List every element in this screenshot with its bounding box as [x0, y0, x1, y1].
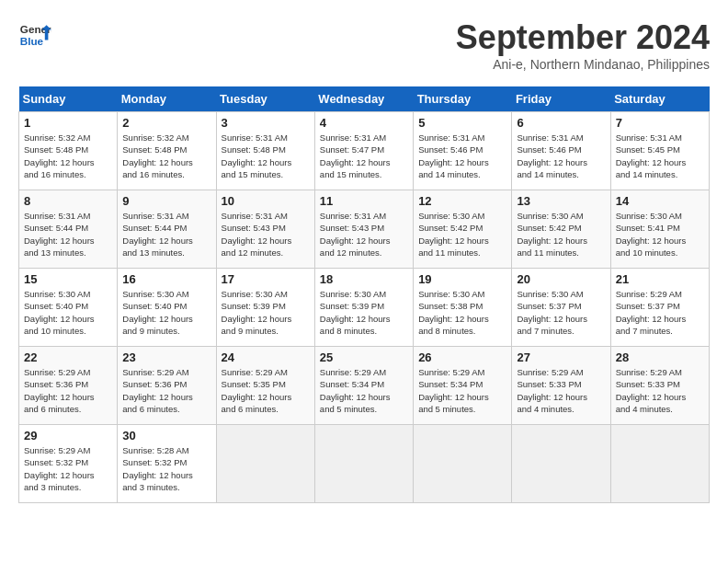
- table-row: [512, 425, 610, 503]
- day-info: Sunrise: 5:29 AM Sunset: 5:33 PM Dayligh…: [517, 366, 605, 415]
- table-row: 27Sunrise: 5:29 AM Sunset: 5:33 PM Dayli…: [512, 347, 610, 425]
- table-row: 14Sunrise: 5:30 AM Sunset: 5:41 PM Dayli…: [610, 190, 709, 269]
- table-row: [314, 425, 413, 503]
- day-number: 19: [418, 272, 506, 286]
- day-info: Sunrise: 5:29 AM Sunset: 5:33 PM Dayligh…: [616, 366, 704, 415]
- col-wednesday: Wednesday: [314, 86, 413, 112]
- table-row: 7Sunrise: 5:31 AM Sunset: 5:45 PM Daylig…: [610, 112, 709, 190]
- day-info: Sunrise: 5:31 AM Sunset: 5:44 PM Dayligh…: [122, 210, 210, 259]
- day-info: Sunrise: 5:29 AM Sunset: 5:37 PM Dayligh…: [616, 288, 704, 337]
- table-row: 30Sunrise: 5:28 AM Sunset: 5:32 PM Dayli…: [118, 425, 216, 503]
- day-number: 20: [517, 272, 605, 286]
- col-thursday: Thursday: [414, 86, 512, 112]
- table-row: 23Sunrise: 5:29 AM Sunset: 5:36 PM Dayli…: [118, 347, 216, 425]
- day-info: Sunrise: 5:29 AM Sunset: 5:35 PM Dayligh…: [222, 366, 310, 415]
- day-info: Sunrise: 5:29 AM Sunset: 5:34 PM Dayligh…: [418, 366, 506, 415]
- calendar-table: Sunday Monday Tuesday Wednesday Thursday…: [18, 86, 710, 503]
- table-row: 28Sunrise: 5:29 AM Sunset: 5:33 PM Dayli…: [610, 347, 709, 425]
- day-info: Sunrise: 5:31 AM Sunset: 5:43 PM Dayligh…: [320, 210, 408, 259]
- table-row: 18Sunrise: 5:30 AM Sunset: 5:39 PM Dayli…: [314, 269, 413, 347]
- day-number: 27: [517, 350, 605, 364]
- day-info: Sunrise: 5:29 AM Sunset: 5:34 PM Dayligh…: [320, 366, 408, 415]
- logo: General Blue: [18, 18, 51, 52]
- day-info: Sunrise: 5:29 AM Sunset: 5:36 PM Dayligh…: [24, 366, 112, 415]
- week-row-1: 1Sunrise: 5:32 AM Sunset: 5:48 PM Daylig…: [19, 112, 710, 190]
- table-row: [414, 425, 512, 503]
- table-row: 25Sunrise: 5:29 AM Sunset: 5:34 PM Dayli…: [314, 347, 413, 425]
- day-info: Sunrise: 5:32 AM Sunset: 5:48 PM Dayligh…: [24, 132, 112, 180]
- day-number: 30: [122, 429, 210, 442]
- day-info: Sunrise: 5:30 AM Sunset: 5:37 PM Dayligh…: [517, 288, 605, 337]
- week-row-4: 22Sunrise: 5:29 AM Sunset: 5:36 PM Dayli…: [19, 347, 710, 425]
- day-number: 9: [122, 194, 210, 208]
- week-row-5: 29Sunrise: 5:29 AM Sunset: 5:32 PM Dayli…: [19, 425, 710, 503]
- day-info: Sunrise: 5:30 AM Sunset: 5:42 PM Dayligh…: [517, 210, 605, 259]
- day-number: 6: [517, 116, 605, 130]
- svg-text:Blue: Blue: [20, 35, 44, 47]
- day-number: 12: [418, 194, 506, 208]
- day-number: 5: [418, 116, 506, 130]
- day-info: Sunrise: 5:31 AM Sunset: 5:44 PM Dayligh…: [24, 210, 112, 259]
- day-info: Sunrise: 5:30 AM Sunset: 5:38 PM Dayligh…: [418, 288, 506, 337]
- day-number: 24: [222, 350, 310, 364]
- day-number: 25: [320, 350, 408, 364]
- table-row: 17Sunrise: 5:30 AM Sunset: 5:39 PM Dayli…: [216, 269, 314, 347]
- day-number: 17: [222, 272, 310, 286]
- day-number: 28: [616, 350, 704, 364]
- day-number: 18: [320, 272, 408, 286]
- col-sunday: Sunday: [19, 86, 118, 112]
- header-row: Sunday Monday Tuesday Wednesday Thursday…: [19, 86, 710, 112]
- table-row: 12Sunrise: 5:30 AM Sunset: 5:42 PM Dayli…: [414, 190, 512, 269]
- table-row: 10Sunrise: 5:31 AM Sunset: 5:43 PM Dayli…: [216, 190, 314, 269]
- week-row-3: 15Sunrise: 5:30 AM Sunset: 5:40 PM Dayli…: [19, 269, 710, 347]
- header: General Blue September 2024 Ani-e, North…: [18, 18, 710, 72]
- title-section: September 2024 Ani-e, Northern Mindanao,…: [456, 18, 710, 72]
- col-monday: Monday: [118, 86, 216, 112]
- day-number: 10: [222, 194, 310, 208]
- table-row: 29Sunrise: 5:29 AM Sunset: 5:32 PM Dayli…: [19, 425, 118, 503]
- day-info: Sunrise: 5:31 AM Sunset: 5:48 PM Dayligh…: [222, 132, 310, 180]
- day-info: Sunrise: 5:30 AM Sunset: 5:42 PM Dayligh…: [418, 210, 506, 259]
- day-number: 26: [418, 350, 506, 364]
- table-row: 24Sunrise: 5:29 AM Sunset: 5:35 PM Dayli…: [216, 347, 314, 425]
- day-info: Sunrise: 5:30 AM Sunset: 5:39 PM Dayligh…: [222, 288, 310, 337]
- day-info: Sunrise: 5:32 AM Sunset: 5:48 PM Dayligh…: [122, 132, 210, 180]
- day-number: 21: [616, 272, 704, 286]
- day-number: 3: [222, 116, 310, 130]
- table-row: [216, 425, 314, 503]
- day-info: Sunrise: 5:31 AM Sunset: 5:45 PM Dayligh…: [616, 132, 704, 180]
- month-title: September 2024: [456, 18, 710, 57]
- day-number: 23: [122, 350, 210, 364]
- location-title: Ani-e, Northern Mindanao, Philippines: [456, 57, 710, 72]
- table-row: [610, 425, 709, 503]
- day-number: 4: [320, 116, 408, 130]
- day-info: Sunrise: 5:30 AM Sunset: 5:40 PM Dayligh…: [24, 288, 112, 337]
- day-info: Sunrise: 5:31 AM Sunset: 5:46 PM Dayligh…: [517, 132, 605, 180]
- day-number: 14: [616, 194, 704, 208]
- table-row: 11Sunrise: 5:31 AM Sunset: 5:43 PM Dayli…: [314, 190, 413, 269]
- table-row: 9Sunrise: 5:31 AM Sunset: 5:44 PM Daylig…: [118, 190, 216, 269]
- col-friday: Friday: [512, 86, 610, 112]
- table-row: 19Sunrise: 5:30 AM Sunset: 5:38 PM Dayli…: [414, 269, 512, 347]
- table-row: 2Sunrise: 5:32 AM Sunset: 5:48 PM Daylig…: [118, 112, 216, 190]
- table-row: 1Sunrise: 5:32 AM Sunset: 5:48 PM Daylig…: [19, 112, 118, 190]
- day-number: 8: [24, 194, 112, 208]
- day-number: 7: [616, 116, 704, 130]
- day-info: Sunrise: 5:28 AM Sunset: 5:32 PM Dayligh…: [122, 444, 210, 493]
- logo-icon: General Blue: [18, 18, 51, 52]
- table-row: 21Sunrise: 5:29 AM Sunset: 5:37 PM Dayli…: [610, 269, 709, 347]
- day-number: 29: [24, 429, 112, 442]
- day-info: Sunrise: 5:30 AM Sunset: 5:40 PM Dayligh…: [122, 288, 210, 337]
- day-number: 2: [122, 116, 210, 130]
- day-number: 22: [24, 350, 112, 364]
- col-saturday: Saturday: [610, 86, 709, 112]
- day-number: 11: [320, 194, 408, 208]
- day-number: 16: [122, 272, 210, 286]
- table-row: 22Sunrise: 5:29 AM Sunset: 5:36 PM Dayli…: [19, 347, 118, 425]
- day-info: Sunrise: 5:30 AM Sunset: 5:39 PM Dayligh…: [320, 288, 408, 337]
- table-row: 6Sunrise: 5:31 AM Sunset: 5:46 PM Daylig…: [512, 112, 610, 190]
- table-row: 15Sunrise: 5:30 AM Sunset: 5:40 PM Dayli…: [19, 269, 118, 347]
- day-number: 13: [517, 194, 605, 208]
- day-info: Sunrise: 5:29 AM Sunset: 5:36 PM Dayligh…: [122, 366, 210, 415]
- table-row: 4Sunrise: 5:31 AM Sunset: 5:47 PM Daylig…: [314, 112, 413, 190]
